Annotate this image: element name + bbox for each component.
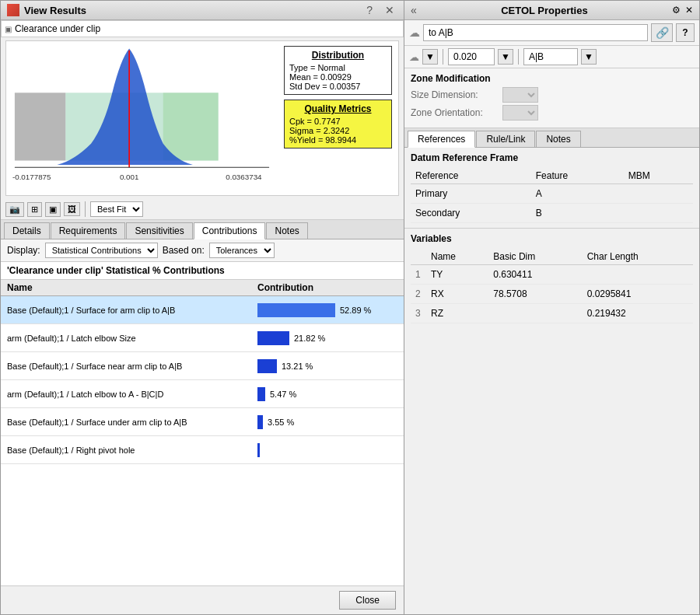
zone-row-orientation: Zone Orientation: xyxy=(411,105,693,121)
svg-text:0.0363734: 0.0363734 xyxy=(226,173,262,181)
help-window-btn[interactable]: ? xyxy=(363,4,376,16)
datum-col-reference: Reference xyxy=(411,168,531,184)
table-row[interactable]: Base (Default);1 / Surface near arm clip… xyxy=(1,352,404,380)
var-name-rx: RX xyxy=(426,285,488,304)
cetol-help-button[interactable]: ? xyxy=(676,23,695,42)
chart-area: -0.0177875 0.001 0.0363734 Distribution … xyxy=(5,40,399,196)
var-charlength-2: 0.0295841 xyxy=(583,285,693,304)
var-col-basicdim: Basic Dim xyxy=(488,249,582,265)
tab-notes[interactable]: Notes xyxy=(266,222,307,239)
close-button[interactable]: Close xyxy=(339,591,396,610)
arrow-down-btn3[interactable]: ▼ xyxy=(581,49,597,65)
row-name: arm (Default);1 / Latch elbow to A - B|C… xyxy=(7,390,257,399)
contrib-table-header: Name Contribution xyxy=(1,280,404,296)
toolbar-btn-2[interactable]: ⊞ xyxy=(27,202,42,217)
table-row[interactable]: Base (Default);1 / Surface under arm cli… xyxy=(1,408,404,436)
table-row[interactable]: arm (Default);1 / Latch elbow Size 21.82… xyxy=(1,324,404,352)
link-button[interactable]: 🔗 xyxy=(651,23,673,42)
row-name: Base (Default);1 / Surface near arm clip… xyxy=(7,362,257,371)
row-name: Base (Default);1 / Right pivot hole xyxy=(7,446,257,455)
table-row[interactable]: Base (Default);1 / Surface for arm clip … xyxy=(1,296,404,324)
cloud-icon-row2: ☁ xyxy=(409,51,419,63)
zone-row-size: Size Dimension: xyxy=(411,87,693,103)
bar-container: 13.21 % xyxy=(257,359,382,373)
cetol-controls: ⚙ ✕ xyxy=(672,5,693,16)
var-charlength-3: 0.219432 xyxy=(583,304,693,323)
cloud-icon-small: ☁ xyxy=(409,26,420,39)
quality-box: Quality Metrics Cpk = 0.7747 Sigma = 2.3… xyxy=(284,100,392,149)
bar-value: 21.82 % xyxy=(294,334,325,343)
toolbar-btn-3[interactable]: ▣ xyxy=(45,202,61,217)
tab-details[interactable]: Details xyxy=(4,222,50,239)
datum-col-mbm: MBM xyxy=(624,168,693,184)
bar-container: 3.55 % xyxy=(257,415,382,429)
zone-orientation-select[interactable] xyxy=(502,105,538,121)
distribution-box: Distribution Type = Normal Mean = 0.0092… xyxy=(284,46,392,95)
cetol-input-row: ☁ 🔗 ? xyxy=(404,20,699,46)
chart-info-panel: Distribution Type = Normal Mean = 0.0092… xyxy=(278,41,398,195)
display-select[interactable]: Statistical Contributions xyxy=(45,243,158,258)
pin-icon[interactable]: ✕ xyxy=(685,5,693,16)
gear-icon[interactable]: ⚙ xyxy=(672,5,681,16)
zone-orientation-label: Zone Orientation: xyxy=(411,107,496,118)
tab-requirements[interactable]: Requirements xyxy=(51,222,126,239)
results-icon: ▣ xyxy=(5,25,12,33)
table-row[interactable]: arm (Default);1 / Latch elbow to A - B|C… xyxy=(1,380,404,408)
window-titlebar: View Results ? ✕ xyxy=(1,1,404,20)
bar-value: 3.55 % xyxy=(268,418,294,427)
app-icon xyxy=(7,4,19,16)
contributions-table: Base (Default);1 / Surface for arm clip … xyxy=(1,296,404,585)
table-row[interactable]: Base (Default);1 / Right pivot hole xyxy=(1,436,404,464)
row-name: Base (Default);1 / Surface for arm clip … xyxy=(7,306,257,315)
var-charlength-1 xyxy=(583,265,693,285)
results-subtitle: Clearance under clip xyxy=(15,23,100,34)
dist-mean: Mean = 0.00929 xyxy=(289,72,387,82)
toolbar-btn-4[interactable]: 🖼 xyxy=(64,202,80,216)
variables-table: Name Basic Dim Char Length 1 TY 0.630411… xyxy=(411,249,693,323)
tab-rulelink[interactable]: Rule/Link xyxy=(476,131,535,147)
bestfit-select[interactable]: Best Fit xyxy=(90,201,143,217)
tab-contributions[interactable]: Contributions xyxy=(194,222,266,239)
cetol-text-input[interactable] xyxy=(423,24,648,41)
cetol-titlebar: « CETOL Properties ⚙ ✕ xyxy=(404,1,699,20)
bar-value: 5.47 % xyxy=(270,390,296,399)
quality-yield: %Yield = 98.9944 xyxy=(289,135,387,145)
var-basicdim-3 xyxy=(488,304,582,323)
datum-col-feature: Feature xyxy=(531,168,624,184)
zone-section: Zone Modification Size Dimension: Zone O… xyxy=(404,68,699,128)
window-title: View Results xyxy=(24,5,86,16)
row2-separator xyxy=(443,49,443,65)
datum-table: Reference Feature MBM Primary A Secondar… xyxy=(411,168,693,223)
quality-cpk: Cpk = 0.7747 xyxy=(289,117,387,126)
chart-plot: -0.0177875 0.001 0.0363734 xyxy=(6,41,278,195)
tab-sensitivities[interactable]: Sensitivities xyxy=(126,222,192,239)
var-basicdim-2: 78.5708 xyxy=(488,285,582,304)
chart-toolbar: 📷 ⊞ ▣ 🖼 Best Fit xyxy=(1,199,404,220)
zone-title: Zone Modification xyxy=(411,73,693,84)
dist-type: Type = Normal xyxy=(289,63,387,72)
bar-container: 52.89 % xyxy=(257,303,382,317)
value-input[interactable] xyxy=(448,48,495,65)
toolbar-btn-1[interactable]: 📷 xyxy=(5,202,24,217)
arrow-down-btn2[interactable]: ▼ xyxy=(498,49,513,65)
value-right-input[interactable] xyxy=(523,48,578,65)
bar xyxy=(257,415,263,429)
basedon-select[interactable]: Tolerances xyxy=(209,243,275,258)
quality-title: Quality Metrics xyxy=(289,103,387,114)
arrow-down-btn[interactable]: ▼ xyxy=(422,49,438,65)
bar-value: 52.89 % xyxy=(340,306,371,315)
var-col-charlength: Char Length xyxy=(583,249,693,265)
contributions-area: Display: Statistical Contributions Based… xyxy=(1,239,404,585)
datum-section: Datum Reference Frame Reference Feature … xyxy=(404,148,699,229)
svg-text:-0.0177875: -0.0177875 xyxy=(12,173,51,181)
nav-left-icon[interactable]: « xyxy=(411,4,417,16)
close-window-btn[interactable]: ✕ xyxy=(382,4,397,16)
tab-notes[interactable]: Notes xyxy=(536,131,580,147)
datum-title: Datum Reference Frame xyxy=(411,152,693,163)
tab-references[interactable]: References xyxy=(408,131,475,148)
col-name: Name xyxy=(7,282,257,293)
results-title-bar: ▣ Clearance under clip xyxy=(1,20,404,37)
display-row: Display: Statistical Contributions Based… xyxy=(1,239,404,262)
view-results-panel: View Results ? ✕ ▣ Clearance under clip xyxy=(0,0,404,615)
zone-sizedim-select[interactable] xyxy=(502,87,538,103)
